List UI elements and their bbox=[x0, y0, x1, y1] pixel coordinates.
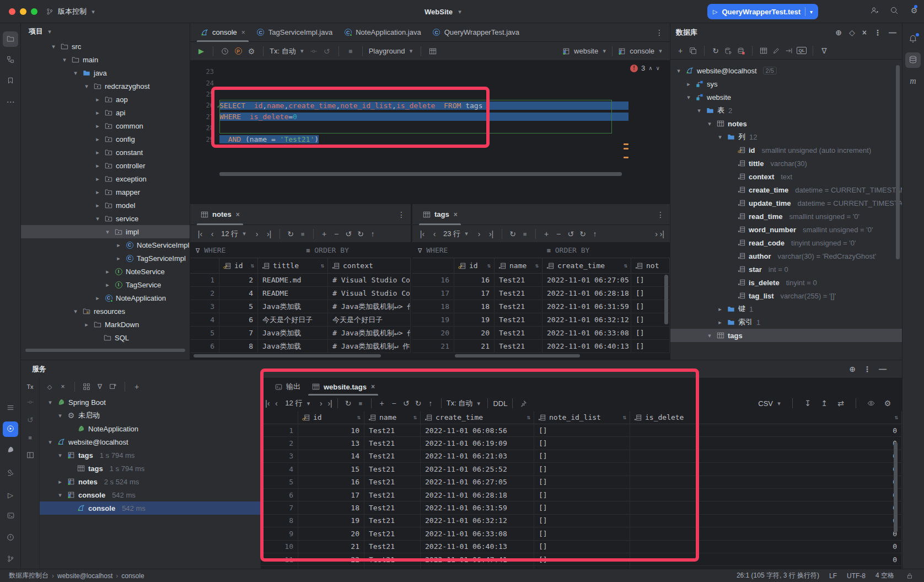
line-ending[interactable]: LF bbox=[829, 572, 837, 580]
overflow-page-icons[interactable]: › ›| bbox=[655, 230, 664, 238]
jump-to-console-icon[interactable] bbox=[783, 45, 794, 56]
chevron-down-icon[interactable]: ▾ bbox=[706, 332, 713, 339]
add-row-icon[interactable]: + bbox=[319, 228, 330, 239]
download-icon[interactable]: ↧ bbox=[802, 398, 813, 409]
chevron-down-icon[interactable]: ▾ bbox=[72, 308, 79, 315]
submit-icon[interactable]: ↑ bbox=[589, 228, 600, 239]
submit-icon[interactable]: ↑ bbox=[425, 398, 436, 409]
prev-error-icon[interactable]: ∧ bbox=[648, 66, 652, 71]
next-page-icon[interactable]: › bbox=[251, 228, 262, 239]
editor-tab-console[interactable]: console× bbox=[195, 23, 251, 42]
code-line[interactable]: 26✓SELECT id,name,create_time,note_id_li… bbox=[190, 100, 670, 111]
tree-item[interactable]: ▸api bbox=[21, 106, 190, 119]
editor-horizontal-scrollbar[interactable] bbox=[219, 172, 622, 176]
tree-item[interactable]: ▸CNoteServiceImpl bbox=[21, 238, 190, 252]
stop-icon[interactable]: ■ bbox=[25, 432, 36, 443]
order-by-filter[interactable]: ≡ORDER BY bbox=[300, 246, 411, 254]
compare-icon[interactable]: ⇄ bbox=[835, 398, 846, 409]
database-selector[interactable]: website ▾ bbox=[561, 46, 608, 57]
next-page-icon[interactable]: › bbox=[315, 398, 326, 409]
version-control-button[interactable] bbox=[3, 552, 18, 567]
error-stripe-mark[interactable] bbox=[624, 148, 628, 149]
table-row[interactable]: 24README# Visual Studio Code G bbox=[190, 287, 411, 300]
run-button[interactable]: ▷ bbox=[3, 487, 18, 503]
chevron-down-icon[interactable]: ▾ bbox=[695, 107, 703, 114]
table-row[interactable]: 110Test212022-11-01 06:08:56[]0 bbox=[261, 424, 902, 437]
chevron-right-icon[interactable]: ▸ bbox=[94, 149, 101, 156]
chevron-right-icon[interactable]: ▸ bbox=[94, 162, 101, 169]
chevron-down-icon[interactable]: ▾ bbox=[46, 399, 54, 406]
chevron-right-icon[interactable]: ▸ bbox=[104, 268, 111, 275]
duplicate-icon[interactable] bbox=[687, 45, 699, 56]
run-configuration-button[interactable]: ▷ QueryWrapperTest.test ▾ bbox=[707, 4, 818, 19]
tree-item[interactable]: ▾website@localhost bbox=[40, 435, 260, 448]
stop-icon[interactable]: ■ bbox=[345, 46, 356, 57]
add-row-icon[interactable]: + bbox=[541, 228, 552, 239]
sort-icon[interactable]: ⇅ bbox=[894, 414, 898, 421]
project-selector[interactable]: WebSite ▾ bbox=[425, 6, 464, 18]
tree-item[interactable]: ▾⚙︎未启动 bbox=[40, 409, 260, 422]
tree-item[interactable]: idsmallint unsigned (auto increment) bbox=[670, 143, 902, 157]
column-header-context[interactable]: context bbox=[328, 258, 411, 273]
last-page-icon[interactable]: ›| bbox=[327, 399, 332, 407]
modify-datasource-icon[interactable] bbox=[723, 45, 734, 56]
prev-page-icon[interactable]: ‹ bbox=[207, 228, 218, 239]
reload-icon[interactable]: ↻ bbox=[413, 398, 424, 409]
revert-icon[interactable]: ↺ bbox=[343, 228, 354, 239]
sort-icon[interactable]: ⇅ bbox=[357, 414, 361, 421]
column-header-id[interactable]: id⇅ bbox=[298, 411, 364, 424]
prev-page-icon[interactable]: ‹ bbox=[271, 398, 282, 409]
history-clock-icon[interactable] bbox=[219, 46, 230, 57]
first-page-icon[interactable]: |‹ bbox=[417, 228, 428, 239]
disconnect-icon[interactable] bbox=[735, 45, 746, 56]
table-row[interactable]: 12README.md# Visual Studio Code G bbox=[190, 274, 411, 287]
column-header-tittle[interactable]: tittle⇅ bbox=[258, 258, 328, 273]
expand-icon[interactable]: ◇ bbox=[849, 29, 855, 36]
code-line[interactable]: 29 AND (name = 'Test21') bbox=[190, 134, 670, 145]
filter-icon[interactable]: ∇ bbox=[94, 381, 105, 392]
code-line[interactable]: 27WHERE is_delete=0 bbox=[190, 111, 670, 122]
rollback-icon[interactable]: ↺ bbox=[25, 414, 36, 425]
tree-item[interactable]: ▸MarkDown bbox=[21, 318, 190, 331]
reload-icon[interactable]: ↻ bbox=[355, 228, 366, 239]
error-stripe-mark[interactable] bbox=[624, 157, 628, 158]
build-button[interactable] bbox=[3, 466, 18, 481]
where-filter[interactable]: ∇WHERE bbox=[190, 246, 300, 254]
more-tool-windows-button[interactable]: ⋯ bbox=[3, 94, 18, 110]
delete-row-icon[interactable]: − bbox=[389, 398, 400, 409]
tree-item[interactable]: ▸constant bbox=[21, 146, 190, 159]
sort-icon[interactable]: ⇅ bbox=[250, 262, 254, 269]
project-panel-header[interactable]: 项目 ▾ bbox=[21, 23, 190, 40]
tree-item[interactable]: ▾notes bbox=[670, 117, 902, 130]
tree-item[interactable]: ▾Spring Boot bbox=[40, 396, 260, 409]
tree-item[interactable]: ▸controller bbox=[21, 159, 190, 172]
notifications-button[interactable] bbox=[905, 31, 921, 47]
commit-icon[interactable] bbox=[25, 397, 36, 408]
layout-icon[interactable] bbox=[25, 450, 36, 461]
rollback-icon[interactable]: ↺ bbox=[321, 46, 332, 57]
sort-icon[interactable]: ⇅ bbox=[535, 262, 539, 269]
where-filter[interactable]: ∇WHERE bbox=[412, 246, 541, 254]
chevron-right-icon[interactable]: ▸ bbox=[94, 189, 101, 196]
query-console-icon[interactable]: QL bbox=[796, 45, 807, 56]
error-stripe-mark[interactable] bbox=[624, 143, 628, 145]
sort-icon[interactable]: ⇅ bbox=[527, 414, 530, 421]
tree-item[interactable]: ▾src bbox=[21, 40, 190, 53]
tree-item[interactable]: ▸exception bbox=[21, 172, 190, 185]
table-row[interactable]: 46今天是个好日子今天是个好日子 bbox=[190, 313, 411, 327]
delete-row-icon[interactable]: − bbox=[331, 228, 342, 239]
code-line[interactable]: 25 bbox=[190, 89, 670, 100]
table-row[interactable]: 1717Test212022-11-01 06:28:18[] bbox=[412, 287, 670, 300]
chevron-down-icon[interactable]: ▾ bbox=[716, 134, 724, 141]
chevron-right-icon[interactable]: ▸ bbox=[94, 202, 101, 209]
breadcrumb-datasource[interactable]: website@localhost bbox=[57, 572, 112, 580]
chevron-down-icon[interactable]: ▾ bbox=[50, 43, 57, 50]
minimize-icon[interactable]: — bbox=[879, 365, 887, 373]
commit-icon[interactable] bbox=[308, 46, 319, 57]
inspection-widget[interactable]: ! 3 ∧ ∨ bbox=[630, 64, 660, 72]
filter-icon[interactable]: ∇ bbox=[819, 45, 830, 56]
settings-gear-icon[interactable]: ⚙︎ bbox=[882, 398, 893, 409]
refresh-icon[interactable]: ↻ bbox=[710, 45, 721, 56]
sort-icon[interactable]: ⇅ bbox=[624, 262, 627, 269]
chevron-down-icon[interactable]: ▾ bbox=[56, 492, 64, 499]
